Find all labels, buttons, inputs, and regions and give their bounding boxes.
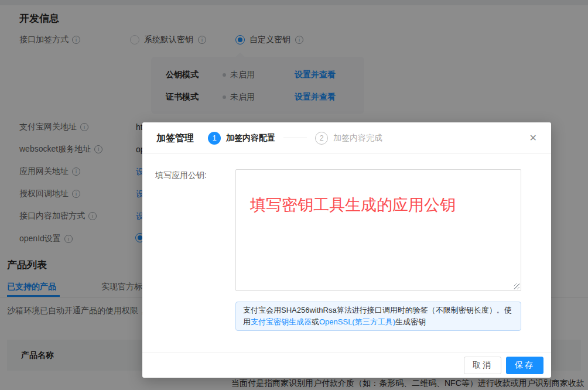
info-alert: 支付宝会用SHA256withRsa算法进行接口调用时的验签（不限制密钥长度）。… <box>235 302 521 331</box>
alert-text: 生成密钥 <box>395 317 426 326</box>
save-button[interactable]: 保存 <box>506 357 543 374</box>
step-2-label: 加签内容完成 <box>333 133 382 143</box>
alert-text: 或 <box>312 317 319 326</box>
key-generator-link[interactable]: 支付宝密钥生成器 <box>251 317 312 326</box>
cancel-button[interactable]: 取消 <box>464 357 501 374</box>
public-key-field-label: 填写应用公钥: <box>155 170 207 181</box>
page: 开发信息 接口加签方式 i 系统默认密钥 i 自定义密钥 i 公钥模式 未启用 … <box>0 0 588 390</box>
steps-indicator: 1 加签内容配置 2 加签内容完成 <box>208 122 382 153</box>
public-key-textarea[interactable]: 填写密钥工具生成的应用公钥 <box>235 169 521 291</box>
modal-header: 加签管理 1 加签内容配置 2 加签内容完成 ✕ <box>142 122 551 154</box>
resize-handle[interactable] <box>514 283 519 289</box>
sign-management-modal: 加签管理 1 加签内容配置 2 加签内容完成 ✕ 填写应用公钥: 填写密钥工具生… <box>142 122 551 378</box>
step-connector <box>283 138 307 138</box>
step-1-label: 加签内容配置 <box>226 133 275 143</box>
modal-footer: 取消 保存 <box>142 352 551 378</box>
modal-body: 填写应用公钥: 填写密钥工具生成的应用公钥 支付宝会用SHA256withRsa… <box>142 154 551 351</box>
close-icon[interactable]: ✕ <box>529 134 537 143</box>
step-1-circle: 1 <box>208 132 221 145</box>
openssl-link[interactable]: OpenSSL(第三方工具) <box>319 317 395 326</box>
annotation-text: 填写密钥工具生成的应用公钥 <box>250 194 456 215</box>
modal-title: 加签管理 <box>156 132 194 144</box>
step-2-circle: 2 <box>315 132 328 145</box>
